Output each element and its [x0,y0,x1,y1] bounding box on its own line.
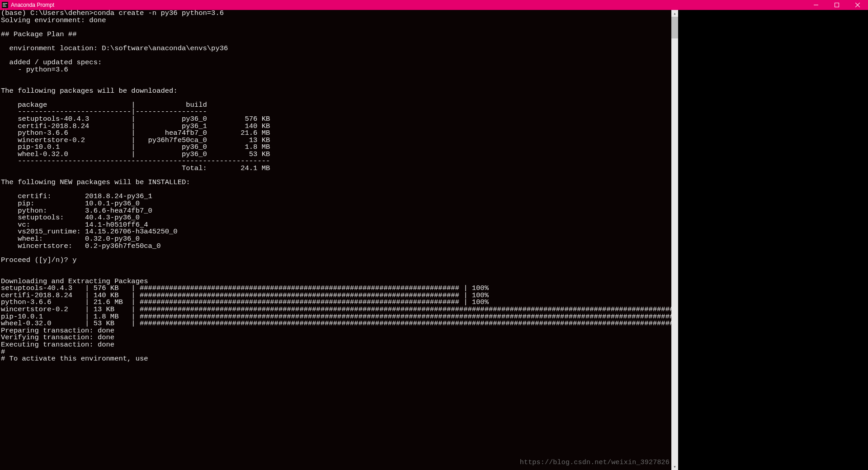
scroll-track[interactable] [671,17,678,463]
maximize-button[interactable] [826,0,847,10]
terminal[interactable]: (base) C:\Users\dehen>conda create -n py… [0,10,671,470]
titlebar-left: Anaconda Prompt [0,0,54,10]
svg-rect-5 [835,3,839,7]
titlebar[interactable]: Anaconda Prompt [0,0,868,10]
close-button[interactable] [847,0,868,10]
svg-rect-1 [3,3,7,4]
minimize-button[interactable] [806,0,826,10]
scroll-thumb[interactable] [671,17,678,38]
scroll-up-button[interactable]: ▴ [671,10,678,17]
svg-rect-2 [3,5,5,5]
svg-rect-3 [3,6,6,7]
scroll-down-button[interactable]: ▾ [671,463,678,470]
terminal-output-tail: Preparing transaction: done Verifying tr… [0,328,671,363]
terminal-output: (base) C:\Users\dehen>conda create -n py… [0,10,671,285]
watermark: https://blog.csdn.net/weixin_3927826 [520,459,670,466]
app-icon [2,2,8,8]
svg-rect-4 [814,5,818,5]
vertical-scrollbar[interactable]: ▴ ▾ [671,10,678,470]
window-title: Anaconda Prompt [11,0,54,10]
window-controls [806,0,868,10]
terminal-output-wide: setuptools-40.4.3 | 576 KB | ###########… [0,285,671,328]
client-area: (base) C:\Users\dehen>conda create -n py… [0,10,678,470]
